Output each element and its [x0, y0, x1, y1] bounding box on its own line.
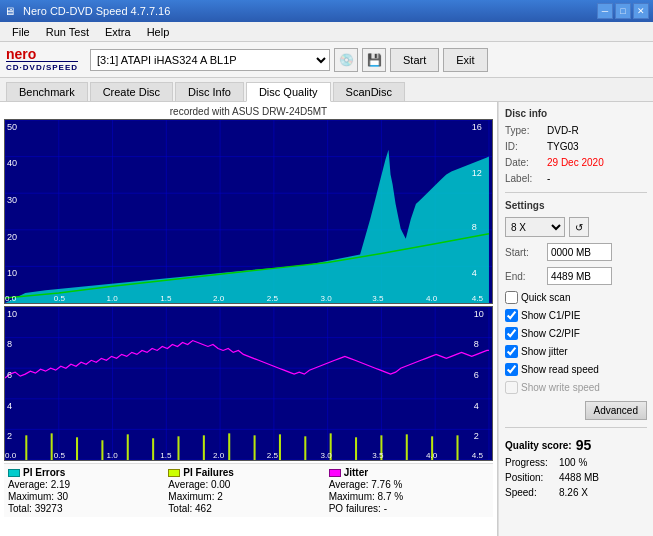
drive-select[interactable]: [3:1] ATAPI iHAS324 A BL1P [90, 49, 330, 71]
show-write-speed-row: Show write speed [505, 381, 647, 394]
svg-text:4: 4 [472, 268, 477, 278]
disc-date-value: 29 Dec 2020 [547, 157, 604, 168]
jitter-avg-label: Average: [329, 479, 369, 490]
start-button[interactable]: Start [390, 48, 439, 72]
show-c1-row: Show C1/PIE [505, 309, 647, 322]
show-c1-label: Show C1/PIE [521, 310, 580, 321]
minimize-button[interactable]: ─ [597, 3, 613, 19]
svg-rect-58 [127, 434, 129, 460]
svg-text:1.5: 1.5 [160, 294, 172, 303]
svg-text:2: 2 [474, 431, 479, 441]
svg-text:2: 2 [7, 431, 12, 441]
show-read-speed-row: Show read speed [505, 363, 647, 376]
pi-failures-total-label: Total: [168, 503, 192, 514]
tab-create-disc[interactable]: Create Disc [90, 82, 173, 101]
progress-value: 100 % [559, 457, 587, 468]
svg-text:8: 8 [472, 222, 477, 232]
svg-text:2.0: 2.0 [213, 451, 225, 460]
advanced-button[interactable]: Advanced [585, 401, 647, 420]
svg-text:1.0: 1.0 [106, 451, 118, 460]
pi-failures-max-label: Maximum: [168, 491, 214, 502]
jitter-avg-value: 7.76 % [371, 479, 402, 490]
disc-id-row: ID: TYG03 [505, 141, 647, 152]
logo-nero: nero [6, 47, 36, 61]
pi-failures-total-value: 462 [195, 503, 212, 514]
jitter-color [329, 469, 341, 477]
maximize-button[interactable]: □ [615, 3, 631, 19]
quick-scan-checkbox[interactable] [505, 291, 518, 304]
svg-rect-69 [406, 434, 408, 460]
divider-1 [505, 192, 647, 193]
svg-rect-60 [177, 436, 179, 460]
end-label: End: [505, 271, 543, 282]
close-button[interactable]: ✕ [633, 3, 649, 19]
svg-text:4.0: 4.0 [426, 294, 438, 303]
menu-help[interactable]: Help [139, 24, 178, 40]
svg-text:4.0: 4.0 [426, 451, 438, 460]
svg-text:16: 16 [472, 122, 482, 132]
pi-failures-stats: PI Failures Average: 0.00 Maximum: 2 Tot… [168, 467, 328, 514]
position-label: Position: [505, 472, 555, 483]
menu-run-test[interactable]: Run Test [38, 24, 97, 40]
show-jitter-checkbox[interactable] [505, 345, 518, 358]
show-c2-checkbox[interactable] [505, 327, 518, 340]
pi-errors-color [8, 469, 20, 477]
svg-rect-67 [355, 437, 357, 460]
quick-scan-row: Quick scan [505, 291, 647, 304]
pi-errors-total-value: 39273 [35, 503, 63, 514]
disc-type-value: DVD-R [547, 125, 579, 136]
progress-row: Progress: 100 % [505, 457, 647, 468]
svg-text:8: 8 [7, 340, 12, 350]
svg-text:10: 10 [474, 309, 484, 319]
progress-label: Progress: [505, 457, 555, 468]
svg-text:0.0: 0.0 [5, 451, 17, 460]
settings-title: Settings [505, 200, 647, 211]
pi-errors-avg-label: Average: [8, 479, 48, 490]
pi-failures-max-value: 2 [217, 491, 223, 502]
svg-text:2.5: 2.5 [267, 451, 279, 460]
svg-text:4.5: 4.5 [472, 451, 484, 460]
pi-errors-total-label: Total: [8, 503, 32, 514]
end-input[interactable] [547, 267, 612, 285]
disc-label-label: Label: [505, 173, 543, 184]
svg-text:30: 30 [7, 195, 17, 205]
jitter-legend: Jitter [329, 467, 489, 478]
svg-rect-54 [25, 435, 27, 460]
exit-button[interactable]: Exit [443, 48, 487, 72]
logo-speed: CD·DVD/SPEED [6, 61, 78, 72]
pi-errors-max-label: Maximum: [8, 491, 54, 502]
svg-rect-62 [228, 433, 230, 460]
tab-disc-quality[interactable]: Disc Quality [246, 82, 331, 102]
svg-text:50: 50 [7, 122, 17, 132]
svg-rect-64 [279, 434, 281, 460]
pi-errors-stats: PI Errors Average: 2.19 Maximum: 30 Tota… [8, 467, 168, 514]
po-failures-label: PO failures: [329, 503, 381, 514]
top-chart-svg: 50 40 30 20 10 16 12 8 4 0.0 0.5 1.0 1.5… [5, 120, 492, 303]
tab-disc-info[interactable]: Disc Info [175, 82, 244, 101]
po-failures-value: - [384, 503, 387, 514]
svg-text:2.0: 2.0 [213, 294, 225, 303]
disc-label-row: Label: - [505, 173, 647, 184]
menu-extra[interactable]: Extra [97, 24, 139, 40]
save-icon: 💾 [367, 53, 382, 67]
tab-scan-disc[interactable]: ScanDisc [333, 82, 405, 101]
svg-text:10: 10 [7, 309, 17, 319]
disk-icon-button[interactable]: 💿 [334, 48, 358, 72]
start-input[interactable] [547, 243, 612, 261]
chart-area: recorded with ASUS DRW-24D5MT [0, 102, 498, 536]
menubar: File Run Test Extra Help [0, 22, 653, 42]
speed-select[interactable]: 8 X [505, 217, 565, 237]
show-c1-checkbox[interactable] [505, 309, 518, 322]
svg-rect-37 [5, 307, 492, 460]
show-write-speed-checkbox [505, 381, 518, 394]
save-icon-button[interactable]: 💾 [362, 48, 386, 72]
disc-id-value: TYG03 [547, 141, 579, 152]
show-read-speed-checkbox[interactable] [505, 363, 518, 376]
show-c2-label: Show C2/PIF [521, 328, 580, 339]
svg-rect-65 [304, 436, 306, 460]
refresh-button[interactable]: ↺ [569, 217, 589, 237]
bottom-chart-svg: 10 8 6 4 2 10 8 6 4 2 0.0 0.5 1.0 1.5 2.… [5, 307, 492, 460]
tab-benchmark[interactable]: Benchmark [6, 82, 88, 101]
menu-file[interactable]: File [4, 24, 38, 40]
svg-rect-59 [152, 438, 154, 460]
